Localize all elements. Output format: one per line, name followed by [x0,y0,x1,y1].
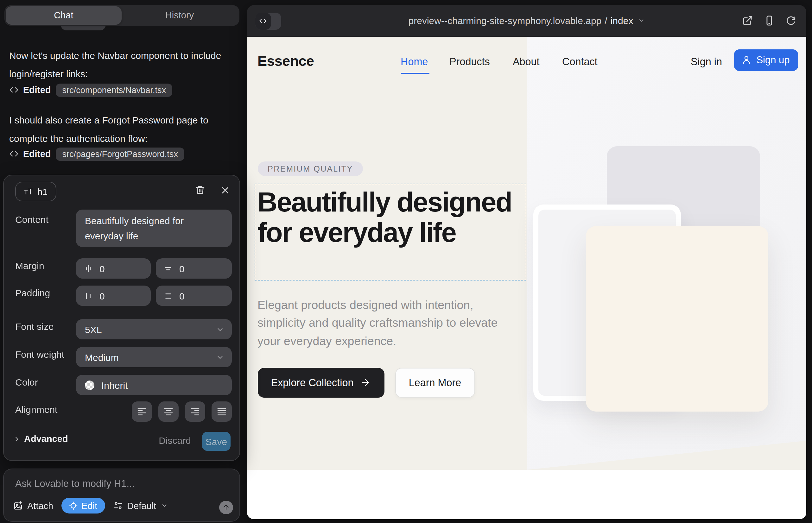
element-editor-panel: тT h1 Content Beautifully designed for e… [3,175,240,461]
padding-horizontal-icon [84,291,93,301]
padding-y-input[interactable]: 0 [156,286,232,306]
nav-link-products[interactable]: Products [449,55,490,68]
type-icon: тT [24,187,33,196]
edited-label: Edited [23,85,51,95]
align-center-button[interactable] [158,401,179,421]
element-tag: h1 [37,186,48,197]
chat-message: I should also create a Forgot Password p… [9,111,232,147]
hero-diagonal-divider [527,441,806,470]
explore-collection-button[interactable]: Explore Collection [258,367,384,398]
alignment-label: Alignment [15,404,57,415]
tab-history[interactable]: History [122,6,237,24]
chat-message: Now let's update the Navbar component to… [9,47,232,83]
hero-decor-cream-card [586,226,768,412]
margin-y-input[interactable]: 0 [156,258,232,278]
active-nav-underline [401,72,429,74]
align-left-icon [137,407,147,417]
composer-toolbar: Attach Edit Default [13,498,167,513]
code-icon [9,86,18,94]
attach-button[interactable]: Attach [13,501,53,511]
refresh-icon[interactable] [785,15,796,26]
mobile-view-icon[interactable] [764,15,775,26]
preview-url: preview--charming-site-symphony.lovable.… [408,15,602,26]
url-separator: / [604,15,607,26]
user-icon [742,55,751,65]
composer-input[interactable] [15,478,224,489]
file-chip[interactable]: src/pages/ForgotPassword.tsx [56,147,184,161]
send-button[interactable] [219,501,233,514]
selected-element-pill[interactable]: тT h1 [15,182,56,201]
mode-select[interactable]: Default [113,501,167,511]
font-weight-label: Font weight [15,349,64,360]
image-plus-icon [13,501,23,510]
app-root: Chat History Now let's update the Navbar… [0,0,812,523]
align-justify-icon [217,407,227,417]
file-chip[interactable]: src/components/Navbar.tsx [56,83,172,96]
browser-actions [742,15,796,26]
sliders-icon [113,501,123,510]
nav-link-home[interactable]: Home [401,55,428,68]
chat-history-tabs: Chat History [4,5,239,26]
hero-section: Essence Home Products About Contact Sign… [247,36,806,470]
align-center-icon [163,407,174,417]
align-right-button[interactable] [185,401,205,421]
next-section-background [247,470,806,519]
margin-vertical-icon [163,264,173,273]
code-icon [9,149,18,158]
content-input[interactable]: Beautifully designed for everyday life [76,210,232,247]
edited-file-row: Edited src/pages/ForgotPassword.tsx [9,147,184,161]
save-button[interactable]: Save [202,432,231,451]
tab-chat[interactable]: Chat [6,6,122,24]
hero-paragraph: Elegant products designed with intention… [258,296,508,350]
chevron-down-icon [216,325,224,333]
chevron-right-icon [13,435,20,442]
advanced-toggle[interactable]: Advanced [13,434,68,444]
premium-quality-badge: PREMIUM QUALITY [258,161,363,176]
url-bar[interactable]: preview--charming-site-symphony.lovable.… [247,5,806,36]
padding-vertical-icon [163,291,173,301]
align-left-button[interactable] [132,401,152,421]
nav-link-contact[interactable]: Contact [562,55,598,68]
chat-composer: Attach Edit Default [3,469,240,522]
margin-x-input[interactable]: 0 [76,258,151,278]
content-label: Content [15,214,49,225]
browser-toolbar: preview--charming-site-symphony.lovable.… [247,5,806,36]
preview-window: preview--charming-site-symphony.lovable.… [247,5,806,519]
preview-path: index [611,15,633,26]
color-swatch [85,380,94,390]
discard-button[interactable]: Discard [159,435,191,446]
hero-heading[interactable]: Beautifully designed for everyday life [258,186,525,248]
color-select[interactable]: Inherit [76,375,232,395]
padding-x-input[interactable]: 0 [76,286,151,306]
font-weight-select[interactable]: Medium [76,347,232,367]
edited-file-row: Edited src/components/Navbar.tsx [9,83,172,97]
font-size-select[interactable]: 5XL [76,319,232,339]
learn-more-button[interactable]: Learn More [395,367,475,398]
site-logo[interactable]: Essence [258,53,314,69]
open-external-icon[interactable] [742,15,753,26]
edit-mode-button[interactable]: Edit [61,498,105,513]
padding-label: Padding [15,287,50,298]
margin-label: Margin [15,260,44,271]
chevron-down-icon [637,17,645,24]
edited-label: Edited [23,149,51,159]
nav-link-about[interactable]: About [513,55,540,68]
margin-horizontal-icon [84,264,93,273]
arrow-right-icon [360,378,371,388]
sign-in-link[interactable]: Sign in [691,55,722,68]
align-right-icon [190,407,200,417]
chevron-down-icon [216,353,224,361]
arrow-up-icon [222,504,230,511]
close-panel-button[interactable] [219,185,230,196]
site-canvas: Essence Home Products About Contact Sign… [247,36,806,519]
align-justify-button[interactable] [212,401,232,421]
font-size-label: Font size [15,321,54,332]
sign-up-button[interactable]: Sign up [734,49,798,71]
delete-element-button[interactable] [195,185,205,195]
chevron-down-icon [161,502,167,509]
crosshair-icon [69,502,77,510]
color-label: Color [15,377,38,387]
